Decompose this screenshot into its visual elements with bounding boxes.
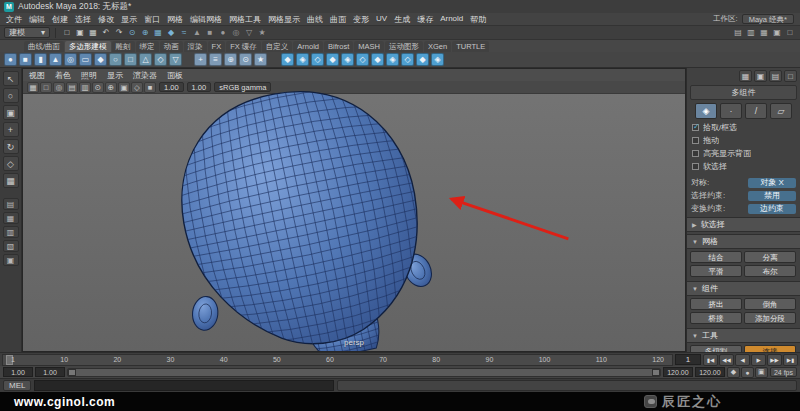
shelf-tool-icon[interactable]: ▭ bbox=[79, 53, 92, 66]
shelf-tool-icon[interactable]: ◆ bbox=[94, 53, 107, 66]
range-start-handle[interactable] bbox=[68, 369, 76, 376]
menu-item[interactable]: 网格显示 bbox=[268, 14, 300, 25]
tool-icon[interactable]: + bbox=[3, 122, 19, 137]
viewport-toolbar-icon[interactable]: ▥ bbox=[79, 82, 91, 93]
viewport-toolbar-icon[interactable]: ▤ bbox=[66, 82, 78, 93]
shelf-tool-icon[interactable]: ◆ bbox=[326, 53, 339, 66]
shelf-tab[interactable]: FX 缓存 bbox=[226, 41, 261, 52]
shelf-tool-icon[interactable]: ◈ bbox=[296, 53, 309, 66]
sidebar-toggle-icon[interactable]: ▦ bbox=[758, 27, 770, 39]
menu-item[interactable]: 窗口 bbox=[144, 14, 160, 25]
shelf-tab[interactable]: TURTLE bbox=[452, 41, 489, 52]
shelf-tool-icon[interactable]: ◈ bbox=[386, 53, 399, 66]
shelf-tab[interactable]: FX bbox=[208, 41, 226, 52]
option-row[interactable]: 高亮显示背面 bbox=[687, 147, 800, 160]
range-end-handle[interactable] bbox=[652, 369, 660, 376]
shelf-tab[interactable]: 多边形建模 bbox=[65, 41, 111, 52]
menu-item[interactable]: 曲线 bbox=[307, 14, 323, 25]
checkbox-icon[interactable] bbox=[692, 163, 699, 170]
status-icon[interactable]: ◆ bbox=[165, 27, 177, 39]
shelf-tool-icon[interactable]: ▲ bbox=[49, 53, 62, 66]
shelf-tool-icon[interactable]: ◇ bbox=[401, 53, 414, 66]
animation-end-field[interactable] bbox=[695, 367, 725, 377]
section-components[interactable]: ▼ 组件 bbox=[687, 281, 800, 296]
layout-shortcut-icon[interactable]: ▧ bbox=[3, 240, 19, 252]
tool-icon[interactable]: ↖ bbox=[3, 71, 19, 86]
playback-button[interactable]: ▶ bbox=[751, 354, 766, 366]
menu-item[interactable]: 帮助 bbox=[470, 14, 486, 25]
selection-mode-button[interactable]: / bbox=[745, 103, 767, 119]
shelf-tool-icon[interactable]: ○ bbox=[109, 53, 122, 66]
viewport-toolbar-icon[interactable]: ⊕ bbox=[105, 82, 117, 93]
tool-command-button[interactable]: 多切割 bbox=[690, 345, 742, 352]
shelf-tab[interactable]: 曲线/曲面 bbox=[24, 41, 64, 52]
checkbox-icon[interactable] bbox=[692, 124, 699, 131]
status-icon[interactable]: □ bbox=[61, 27, 73, 39]
option-row[interactable]: 软选择 bbox=[687, 160, 800, 173]
section-mesh[interactable]: ▼ 网格 bbox=[687, 234, 800, 249]
menu-item[interactable]: 变形 bbox=[353, 14, 369, 25]
tool-icon[interactable]: ◇ bbox=[3, 156, 19, 171]
time-slider[interactable]: 1102030405060708090100110120 bbox=[2, 354, 673, 366]
playback-button[interactable]: ▮◀ bbox=[703, 354, 718, 366]
status-icon[interactable]: ▦ bbox=[87, 27, 99, 39]
tool-icon[interactable]: ▦ bbox=[3, 173, 19, 188]
panel-header-icon[interactable]: ▦ bbox=[739, 70, 752, 82]
status-icon[interactable]: ● bbox=[217, 27, 229, 39]
selection-constraint-dropdown[interactable]: 禁用 bbox=[748, 191, 796, 201]
shelf-tab[interactable]: 运动图形 bbox=[385, 41, 423, 52]
option-row[interactable]: 拾取/框选 bbox=[687, 121, 800, 134]
shelf-tool-icon[interactable]: ≡ bbox=[209, 53, 222, 66]
shelf-tool-icon[interactable]: + bbox=[194, 53, 207, 66]
range-slider[interactable] bbox=[67, 368, 661, 377]
section-tools[interactable]: ▼ 工具 bbox=[687, 328, 800, 343]
transform-constraint-dropdown[interactable]: 边约束 bbox=[748, 204, 796, 214]
shelf-tool-icon[interactable]: ◇ bbox=[154, 53, 167, 66]
menu-item[interactable]: Arnold bbox=[440, 14, 463, 25]
sidebar-toggle-icon[interactable]: □ bbox=[784, 27, 796, 39]
layout-shortcut-icon[interactable]: ▥ bbox=[3, 226, 19, 238]
panel-menu-item[interactable]: 渲染器 bbox=[133, 70, 157, 81]
mesh-command-button[interactable]: 结合 bbox=[690, 251, 742, 263]
component-command-button[interactable]: 添加分段 bbox=[744, 312, 796, 324]
playback-end-field[interactable] bbox=[663, 367, 693, 377]
tool-icon[interactable]: ○ bbox=[3, 88, 19, 103]
shelf-tab[interactable]: 渲染 bbox=[184, 41, 207, 52]
status-icon[interactable]: ★ bbox=[256, 27, 268, 39]
status-icon[interactable]: ▦ bbox=[152, 27, 164, 39]
playback-button[interactable]: ◀◀ bbox=[719, 354, 734, 366]
selection-mode-button[interactable]: ▱ bbox=[770, 103, 792, 119]
shelf-tab[interactable]: MASH bbox=[354, 41, 384, 52]
range-option-icon[interactable]: ● bbox=[741, 367, 754, 378]
shelf-tool-icon[interactable]: ⊕ bbox=[224, 53, 237, 66]
shelf-tab[interactable]: Bifrost bbox=[324, 41, 353, 52]
tool-icon[interactable]: ▣ bbox=[3, 105, 19, 120]
menu-set-selector[interactable]: 建模 ▾ bbox=[4, 27, 50, 38]
shelf-tool-icon[interactable]: ◇ bbox=[311, 53, 324, 66]
mesh-command-button[interactable]: 布尔 bbox=[744, 265, 796, 277]
menu-item[interactable]: 曲面 bbox=[330, 14, 346, 25]
status-icon[interactable]: ■ bbox=[204, 27, 216, 39]
menu-item[interactable]: 修改 bbox=[98, 14, 114, 25]
layout-shortcut-icon[interactable]: ▤ bbox=[3, 198, 19, 210]
shelf-tool-icon[interactable]: ◆ bbox=[281, 53, 294, 66]
option-row[interactable]: 拖动 bbox=[687, 134, 800, 147]
section-soft-select[interactable]: ▶ 软选择 bbox=[687, 217, 800, 232]
playback-start-field[interactable] bbox=[35, 367, 65, 377]
component-command-button[interactable]: 挤出 bbox=[690, 298, 742, 310]
shelf-tool-icon[interactable]: □ bbox=[124, 53, 137, 66]
viewport-toolbar-icon[interactable]: ⊙ bbox=[92, 82, 104, 93]
shelf-tab[interactable]: 自定义 bbox=[262, 41, 293, 52]
menu-item[interactable]: 网格工具 bbox=[229, 14, 261, 25]
checkbox-icon[interactable] bbox=[692, 137, 699, 144]
shelf-tool-icon[interactable]: ▮ bbox=[34, 53, 47, 66]
menu-item[interactable]: 显示 bbox=[121, 14, 137, 25]
mesh-command-button[interactable]: 分离 bbox=[744, 251, 796, 263]
shelf-tool-icon[interactable]: △ bbox=[139, 53, 152, 66]
shelf-tool-icon[interactable]: ▽ bbox=[169, 53, 182, 66]
menu-item[interactable]: 编辑 bbox=[29, 14, 45, 25]
shelf-tab[interactable]: XGen bbox=[424, 41, 451, 52]
shelf-tool-icon[interactable]: ◇ bbox=[356, 53, 369, 66]
checkbox-icon[interactable] bbox=[692, 150, 699, 157]
mesh-command-button[interactable]: 平滑 bbox=[690, 265, 742, 277]
